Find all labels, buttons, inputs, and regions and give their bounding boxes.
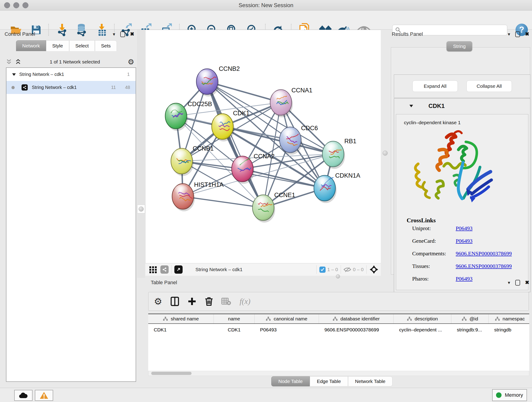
warning-icon [40, 391, 48, 399]
network-row-selected[interactable]: String Network – cdk1 11 48 [6, 81, 136, 94]
horizontal-scrollbar[interactable] [148, 371, 529, 376]
network-tree: String Network – cdk1 1 String Network –… [6, 67, 136, 382]
column-header-namespac[interactable]: namespac [489, 314, 529, 323]
float-panel-icon[interactable] [515, 32, 520, 37]
crosslink-link[interactable]: 9606.ENSP00000378699 [456, 250, 512, 257]
cell-shared-name[interactable]: CDK1 [148, 324, 214, 336]
warnings-button[interactable] [35, 390, 53, 401]
crosslink-link[interactable]: P06493 [456, 225, 472, 231]
birds-eye-grid-icon[interactable] [149, 265, 157, 274]
tab-select[interactable]: Select [69, 40, 95, 51]
node-CCNB1[interactable]: CCNB1 [171, 145, 214, 176]
collapse-all-button[interactable]: Collapse All [467, 80, 512, 92]
cloud-status-button[interactable] [14, 390, 32, 401]
table-row[interactable]: CDK1CDK1P064939606.ENSP00000378699cyclin… [148, 324, 529, 336]
tab-node-table[interactable]: Node Table [271, 376, 310, 386]
network-graph[interactable]: CCNB2CCNA1CDC25BCDK1CDC6RB1CCNB1CCNA2CDK… [146, 30, 381, 263]
network-view-toolbar: String Network – cdk1 1 – 0 0 – 0 [145, 263, 381, 276]
memory-button[interactable]: Memory [492, 389, 527, 401]
show-columns-icon[interactable] [171, 297, 179, 306]
right-splitter[interactable] [381, 30, 389, 278]
gene-symbol: CDK1 [428, 102, 445, 109]
close-panel-icon[interactable]: ✖ [130, 31, 134, 37]
delete-table-icon[interactable] [221, 297, 231, 306]
network-view-canvas[interactable]: CCNB2CCNA1CDC25BCDK1CDC6RB1CCNB1CCNA2CDK… [145, 30, 381, 264]
node-label-CDK1: CDK1 [233, 110, 249, 117]
panel-menu-icon[interactable]: ▾ [508, 32, 510, 37]
cell-description[interactable]: cyclin–dependent ... [394, 324, 451, 336]
table-settings-icon[interactable]: ⚙ [154, 297, 162, 306]
crosslink-link[interactable]: 9606.ENSP00000378699 [456, 263, 512, 269]
status-bar: Memory [0, 388, 532, 402]
node-count: 11 [111, 85, 116, 90]
add-column-icon[interactable] [187, 297, 196, 306]
panel-menu-icon[interactable]: ▾ [113, 32, 115, 37]
function-builder-icon[interactable]: f(x) [240, 297, 250, 306]
node-CCNE1[interactable]: CCNE1 [253, 191, 295, 223]
section-expander-icon[interactable] [409, 104, 413, 108]
expand-all-button[interactable]: Expand All [412, 80, 458, 92]
results-panel-body: Expand All Collapse All CDK1 cyclin–depe… [391, 47, 530, 274]
expand-all-icon[interactable] [15, 59, 22, 65]
tree-expander-icon[interactable] [12, 73, 16, 76]
gene-description: cyclin–dependent kinase 1 [396, 114, 528, 125]
float-panel-icon[interactable] [120, 32, 125, 37]
tab-edge-table[interactable]: Edge Table [310, 376, 348, 386]
node-RB1[interactable]: RB1 [322, 138, 356, 169]
cell-name[interactable]: CDK1 [214, 324, 254, 336]
column-label: description [415, 316, 438, 322]
column-header-description[interactable]: description [394, 314, 451, 323]
pan-crosshair-icon[interactable] [369, 265, 379, 274]
column-header-canonical-name[interactable]: canonical name [254, 314, 319, 323]
protein-structure-image [410, 128, 506, 215]
left-splitter-handle[interactable] [137, 205, 145, 213]
column-header-database-identifier[interactable]: database identifier [319, 314, 394, 323]
left-splitter[interactable] [137, 30, 145, 278]
close-panel-icon[interactable]: ✖ [525, 280, 529, 286]
crosslinks-heading: CrossLinks [407, 217, 528, 224]
right-splitter-handle[interactable] [381, 149, 389, 157]
node-HIST1H1A[interactable]: HIST1H1A [172, 181, 224, 211]
crosslink-row: Tissues:9606.ENSP00000378699 [412, 263, 528, 269]
column-type-icon [163, 317, 168, 321]
gear-icon[interactable]: ⚙ [128, 58, 134, 65]
crosslink-link[interactable]: P06493 [456, 238, 472, 244]
open-in-browser-icon[interactable] [174, 265, 183, 274]
tab-sets[interactable]: Sets [95, 40, 117, 51]
column-label: @id [469, 316, 478, 322]
crosslink-row: Compartments:9606.ENSP00000378699 [412, 250, 528, 257]
results-panel: Results Panel ▾ ✖ String Expand All Coll… [389, 30, 532, 275]
delete-column-icon[interactable] [205, 297, 213, 306]
network-share-icon[interactable] [160, 265, 169, 274]
cell-database-identifier[interactable]: 9606.ENSP00000378699 [319, 324, 394, 336]
node-label-CDC6: CDC6 [301, 125, 318, 132]
close-panel-icon[interactable]: ✖ [525, 31, 529, 37]
collapse-all-icon[interactable] [6, 59, 13, 65]
tab-network[interactable]: Network [16, 40, 46, 51]
edge-HIST1H1A-CCNE1[interactable] [183, 196, 263, 208]
table-tabs: Node TableEdge TableNetwork Table [271, 376, 393, 386]
float-panel-icon[interactable] [515, 280, 520, 286]
node-label-RB1: RB1 [344, 138, 356, 145]
cell-id[interactable]: stringdb:9... [451, 324, 489, 336]
tab-string[interactable]: String [447, 41, 472, 51]
edge-CCNB2-CCNE1[interactable] [207, 82, 263, 208]
panel-menu-icon[interactable]: ▾ [508, 280, 510, 285]
column-header-shared-name[interactable]: shared name [148, 314, 214, 323]
table-panel: Table Panel ▾ ✖ ⚙ [147, 276, 532, 387]
node-label-CCNA1: CCNA1 [291, 87, 312, 94]
column-header-name[interactable]: name [214, 314, 254, 323]
cell-namespac[interactable]: stringdb [489, 324, 529, 336]
tab-network-table[interactable]: Network Table [348, 376, 393, 386]
selected-nodes-checkbox[interactable] [319, 267, 326, 273]
tab-style[interactable]: Style [46, 40, 69, 51]
node-CDKN1A[interactable]: CDKN1A [314, 172, 360, 203]
network-collection-row[interactable]: String Network – cdk1 1 [6, 68, 136, 81]
results-panel-title: Results Panel [392, 31, 423, 37]
column-header-id[interactable]: @id [451, 314, 489, 323]
node-CDC6[interactable]: CDC6 [279, 125, 318, 155]
edge-count: 48 [125, 85, 130, 90]
scrollbar-thumb[interactable] [151, 372, 191, 375]
cloud-icon [19, 392, 28, 399]
cell-canonical-name[interactable]: P06493 [254, 324, 319, 336]
